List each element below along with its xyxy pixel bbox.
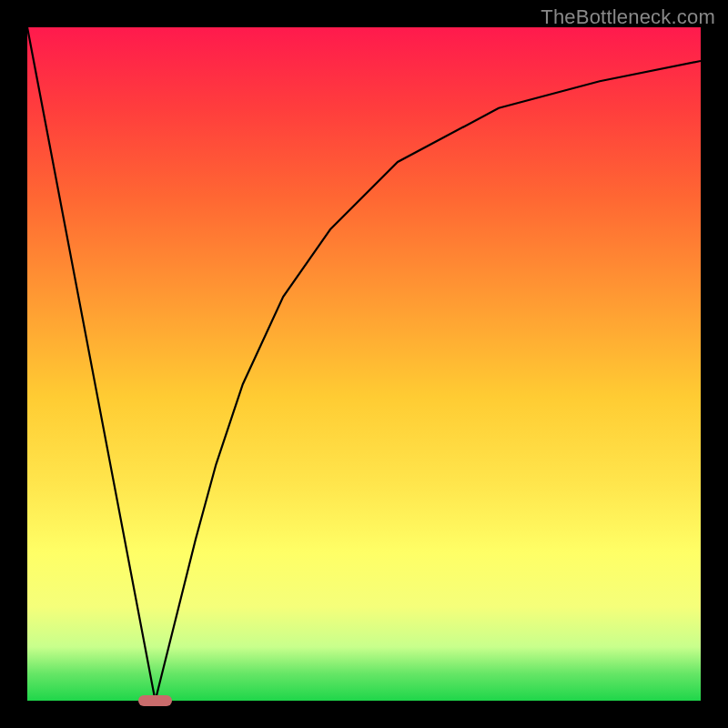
chart-frame: TheBottleneck.com [0,0,728,728]
watermark-text: TheBottleneck.com [541,5,715,29]
plot-area [27,27,701,701]
optimal-marker [138,695,172,706]
